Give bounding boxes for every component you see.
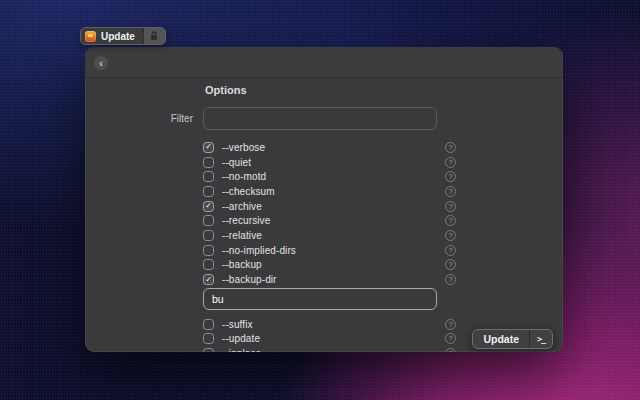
checkbox-inplace[interactable] <box>203 348 214 352</box>
run-button-label: Update <box>473 333 529 345</box>
option-row-no-implied-dirs: --no-implied-dirs ? <box>203 243 563 258</box>
option-label: --checksum <box>222 186 275 197</box>
checkbox-verbose[interactable]: ✓ <box>203 142 214 153</box>
lock-badge[interactable] <box>143 28 165 44</box>
lock-icon <box>149 31 159 41</box>
checkbox-backup-dir[interactable]: ✓ <box>203 274 214 285</box>
option-label: --recursive <box>222 215 270 226</box>
command-tag-main[interactable]: Update <box>81 28 143 44</box>
command-tag[interactable]: Update <box>80 27 166 45</box>
option-row-backup: --backup ? <box>203 258 563 273</box>
checkbox-quiet[interactable] <box>203 157 214 168</box>
question-mark-icon[interactable]: ? <box>445 171 456 182</box>
option-row-checksum: --checksum ? <box>203 184 563 199</box>
question-mark-icon[interactable]: ? <box>445 186 456 197</box>
back-button[interactable]: ‹ <box>94 56 108 70</box>
terminal-prompt-icon[interactable]: >_ <box>530 334 552 344</box>
checkbox-no-implied-dirs[interactable] <box>203 245 214 256</box>
question-mark-icon[interactable]: ? <box>445 215 456 226</box>
option-label: --verbose <box>222 142 265 153</box>
option-label: --archive <box>222 201 262 212</box>
backup-dir-value-input[interactable] <box>203 288 437 310</box>
command-tag-label: Update <box>101 31 135 42</box>
desktop-background: Update ‹ Options Filter ✓ --verbose ? --… <box>0 0 640 400</box>
question-mark-icon[interactable]: ? <box>445 230 456 241</box>
question-mark-icon[interactable]: ? <box>445 348 456 352</box>
question-mark-icon[interactable]: ? <box>445 142 456 153</box>
command-options-window: ‹ Options Filter ✓ --verbose ? --quiet ?… <box>85 47 563 352</box>
checkbox-suffix[interactable] <box>203 319 214 330</box>
filter-label: Filter <box>85 107 193 130</box>
option-row-no-motd: --no-motd ? <box>203 169 563 184</box>
checkbox-relative[interactable] <box>203 230 214 241</box>
checkbox-update[interactable] <box>203 333 214 344</box>
option-label: --backup <box>222 259 262 270</box>
question-mark-icon[interactable]: ? <box>445 333 456 344</box>
option-label: --no-motd <box>222 171 266 182</box>
question-mark-icon[interactable]: ? <box>445 319 456 330</box>
option-row-quiet: --quiet ? <box>203 155 563 170</box>
update-run-button[interactable]: Update >_ <box>472 329 553 349</box>
option-row-relative: --relative ? <box>203 228 563 243</box>
options-list: ✓ --verbose ? --quiet ? --no-motd ? --ch… <box>203 140 563 352</box>
filter-input[interactable] <box>203 107 437 130</box>
option-row-archive: ✓ --archive ? <box>203 199 563 214</box>
app-icon <box>85 31 96 42</box>
option-label: --suffix <box>222 319 253 330</box>
question-mark-icon[interactable]: ? <box>445 274 456 285</box>
option-row-verbose: ✓ --verbose ? <box>203 140 563 155</box>
checkbox-archive[interactable]: ✓ <box>203 201 214 212</box>
option-row-backup-dir: ✓ --backup-dir ? <box>203 272 563 287</box>
option-label: --no-implied-dirs <box>222 245 296 256</box>
question-mark-icon[interactable]: ? <box>445 245 456 256</box>
checkbox-recursive[interactable] <box>203 215 214 226</box>
checkbox-checksum[interactable] <box>203 186 214 197</box>
option-row-recursive: --recursive ? <box>203 213 563 228</box>
checkbox-backup[interactable] <box>203 259 214 270</box>
option-label: --inplace <box>222 348 261 352</box>
option-label: --relative <box>222 230 262 241</box>
filter-row: Filter <box>85 107 563 130</box>
checkbox-no-motd[interactable] <box>203 171 214 182</box>
options-section-title: Options <box>205 84 247 96</box>
question-mark-icon[interactable]: ? <box>445 259 456 270</box>
question-mark-icon[interactable]: ? <box>445 201 456 212</box>
window-header: ‹ <box>85 47 563 78</box>
option-label: --quiet <box>222 157 251 168</box>
option-label: --backup-dir <box>222 274 277 285</box>
option-label: --update <box>222 333 260 344</box>
question-mark-icon[interactable]: ? <box>445 157 456 168</box>
